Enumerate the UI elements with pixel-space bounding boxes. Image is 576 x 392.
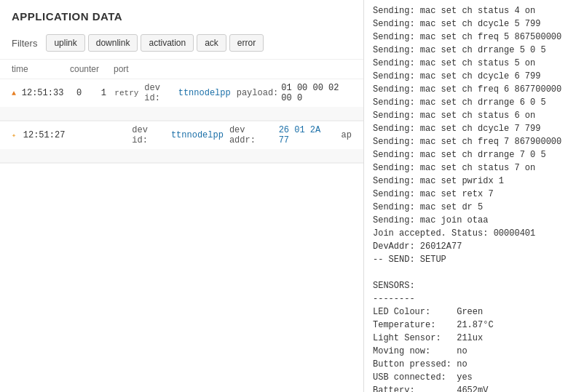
filters-row: Filters uplink downlink activation ack e… xyxy=(0,30,363,60)
filter-tab-uplink[interactable]: uplink xyxy=(46,34,84,52)
filter-tab-ack[interactable]: ack xyxy=(197,34,226,52)
filters-label: Filters xyxy=(12,38,37,49)
col-header-time: time xyxy=(12,64,70,74)
row-payload-label-1: payload: xyxy=(237,88,279,98)
row-main-2: ✦ 12:51:27 dev id: ttnnodelpp dev addr: … xyxy=(0,121,363,149)
row-port-1: 1 xyxy=(92,88,114,98)
row-devid-link-1[interactable]: ttnnodelpp xyxy=(178,88,231,98)
table-row: ▲ 12:51:33 0 1 retry dev id: ttnnodelpp … xyxy=(0,79,363,121)
left-panel: APPLICATION DATA Filters uplink downlink… xyxy=(0,0,364,392)
row-ap-2: ap xyxy=(342,130,352,140)
right-panel: Sending: mac set ch status 4 on Sending:… xyxy=(364,0,576,392)
arrow-up-icon: ▲ xyxy=(12,89,20,97)
row-detail-2 xyxy=(0,149,363,163)
filter-tab-downlink[interactable]: downlink xyxy=(88,34,138,52)
col-header-port: port xyxy=(114,64,150,74)
table-header: time counter port xyxy=(0,60,363,79)
row-main-1: ▲ 12:51:33 0 1 retry dev id: ttnnodelpp … xyxy=(0,79,363,107)
row-retry-1: retry xyxy=(114,89,138,97)
row-devaddr-label-2: dev addr: xyxy=(229,125,276,145)
row-time-2: 12:51:27 xyxy=(23,130,75,140)
row-devaddr-value-2: 26 01 2A 77 xyxy=(279,125,336,145)
row-time-1: 12:51:33 xyxy=(22,88,66,98)
row-payload-value-1: 01 00 00 02 00 0 xyxy=(281,83,352,103)
col-header-counter: counter xyxy=(70,64,114,74)
filter-tab-error[interactable]: error xyxy=(229,34,264,52)
row-devid-link-2[interactable]: ttnnodelpp xyxy=(171,130,224,140)
row-devid-label-2: dev id: xyxy=(132,125,168,145)
table-row: ✦ 12:51:27 dev id: ttnnodelpp dev addr: … xyxy=(0,121,363,164)
row-devid-label-1: dev id: xyxy=(144,83,175,103)
filter-tabs: uplink downlink activation ack error xyxy=(46,34,264,52)
filter-tab-activation[interactable]: activation xyxy=(141,34,194,52)
data-rows: ▲ 12:51:33 0 1 retry dev id: ttnnodelpp … xyxy=(0,79,363,392)
page-title: APPLICATION DATA xyxy=(0,0,363,30)
star-icon: ✦ xyxy=(12,131,22,140)
row-detail-1 xyxy=(0,107,363,121)
row-counter-1: 0 xyxy=(66,88,92,98)
